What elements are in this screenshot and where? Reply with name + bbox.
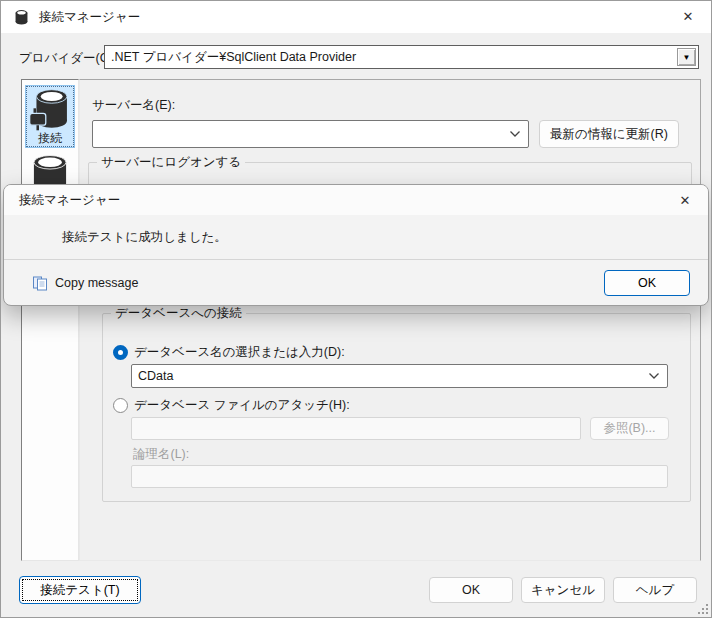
test-result-dialog: 接続マネージャー ✕ 接続テストに成功しました。 Copy message OK	[3, 184, 709, 306]
select-database-radio[interactable]	[113, 345, 128, 360]
refresh-button[interactable]: 最新の情報に更新(R)	[539, 120, 679, 148]
window-title: 接続マネージャー	[39, 9, 140, 26]
sidebar-list: 接続	[21, 79, 79, 561]
provider-value: .NET プロバイダー¥SqlClient Data Provider	[105, 49, 698, 66]
ok-button[interactable]: OK	[429, 577, 513, 603]
database-plug-icon	[28, 88, 72, 132]
provider-label: プロバイダー(O):	[19, 50, 117, 67]
sidebar-item-label: 接続	[26, 130, 74, 147]
title-bar: 接続マネージャー ✕	[1, 1, 711, 33]
copy-message-button[interactable]: Copy message	[32, 275, 138, 291]
provider-combobox[interactable]: .NET プロバイダー¥SqlClient Data Provider ▼	[104, 45, 699, 69]
modal-title-bar: 接続マネージャー ✕	[4, 185, 708, 215]
dropdown-arrow-icon[interactable]: ▼	[677, 48, 696, 66]
close-icon: ✕	[680, 193, 691, 208]
window-close-button[interactable]: ✕	[665, 1, 711, 32]
database-name-combobox[interactable]: CData	[131, 364, 668, 388]
attach-file-input	[131, 417, 581, 440]
modal-body: 接続テストに成功しました。	[4, 215, 708, 259]
sidebar-item-connection[interactable]: 接続	[25, 85, 75, 148]
resize-grip-icon[interactable]	[697, 603, 708, 614]
database-group-title: データベースへの接続	[111, 305, 246, 322]
database-name-value: CData	[132, 369, 667, 383]
logon-group-title: サーバーにログオンする	[97, 154, 245, 171]
server-name-label: サーバー名(E):	[92, 97, 175, 114]
test-connection-button[interactable]: 接続テスト(T)	[19, 576, 141, 604]
modal-title: 接続マネージャー	[19, 192, 120, 209]
help-button[interactable]: ヘルプ	[613, 577, 697, 603]
attach-database-radio-label: データベース ファイルのアタッチ(H):	[134, 397, 350, 414]
modal-footer: Copy message OK	[4, 259, 708, 305]
database-groupbox: データベースへの接続 データベース名の選択または入力(D): CData データ…	[102, 313, 691, 502]
browse-button: 参照(B)...	[590, 417, 669, 440]
modal-ok-button[interactable]: OK	[604, 270, 690, 296]
cancel-button[interactable]: キャンセル	[521, 577, 605, 603]
copy-message-label: Copy message	[55, 276, 138, 290]
close-icon: ✕	[683, 9, 694, 24]
copy-icon	[32, 275, 48, 291]
connection-panel: サーバー名(E): 最新の情報に更新(R) サーバーにログオンする データベース…	[79, 79, 701, 561]
logical-name-input	[131, 465, 668, 488]
chevron-down-icon	[648, 372, 660, 380]
connection-manager-window: 接続マネージャー ✕ プロバイダー(O): .NET プロバイダー¥SqlCli…	[0, 0, 712, 618]
server-name-combobox[interactable]	[92, 120, 529, 148]
result-message: 接続テストに成功しました。	[62, 229, 227, 246]
chevron-down-icon	[509, 130, 521, 138]
database-icon	[13, 9, 30, 26]
attach-database-radio[interactable]	[113, 398, 128, 413]
modal-close-button[interactable]: ✕	[662, 185, 708, 215]
select-database-radio-label: データベース名の選択または入力(D):	[134, 344, 345, 361]
logical-name-label: 論理名(L):	[133, 446, 189, 463]
